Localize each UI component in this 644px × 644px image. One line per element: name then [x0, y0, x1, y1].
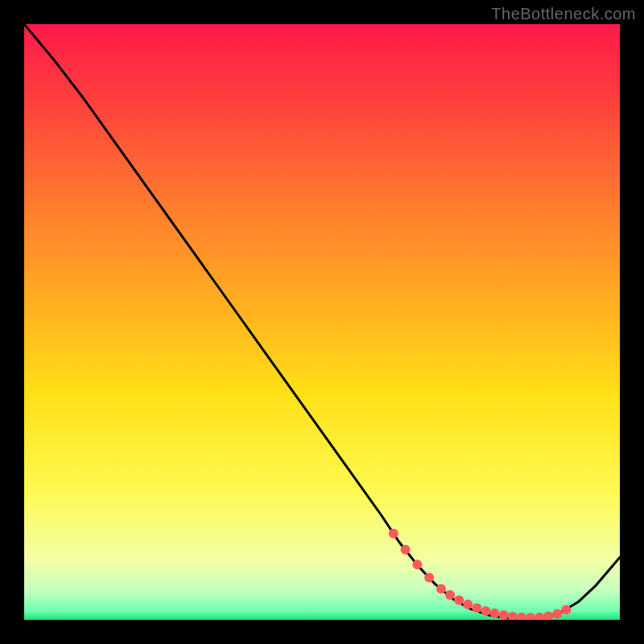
fit-marker [481, 606, 491, 616]
fit-marker [424, 572, 434, 582]
fit-marker [490, 609, 500, 618]
plot-area [24, 24, 620, 620]
fit-marker [436, 584, 446, 594]
fit-marker [454, 596, 464, 605]
fit-marker [401, 545, 411, 555]
fit-marker [561, 605, 571, 614]
fit-marker [412, 559, 422, 569]
fit-marker [472, 603, 481, 613]
fit-marker [463, 600, 473, 609]
fit-marker [389, 529, 398, 539]
gradient-background [24, 24, 620, 620]
fit-marker [499, 610, 509, 620]
fit-marker [445, 590, 455, 600]
watermark-text: TheBottleneck.com [491, 5, 636, 23]
chart-svg [24, 24, 620, 620]
fit-marker [552, 609, 562, 619]
chart-container: TheBottleneck.com [0, 0, 644, 644]
